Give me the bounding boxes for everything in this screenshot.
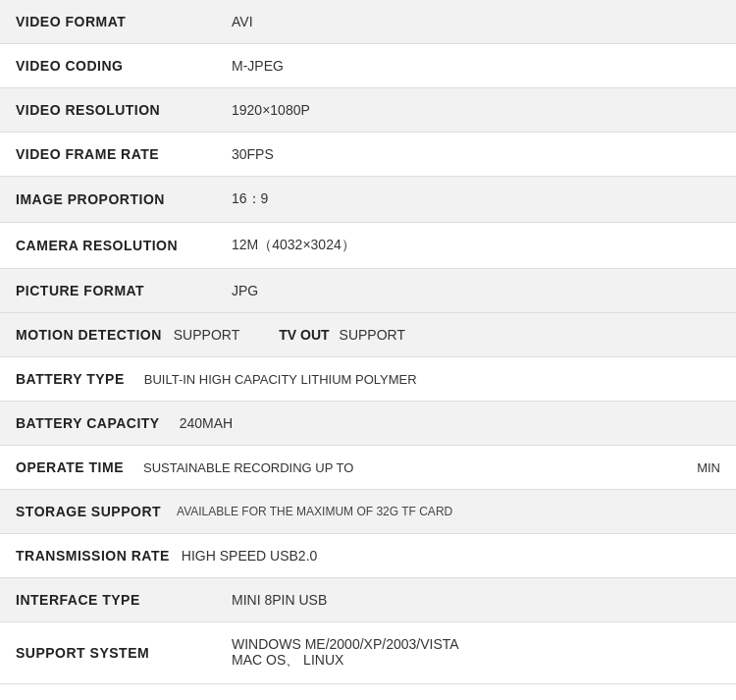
storage-support-group: STORAGE SUPPORT AVAILABLE FOR THE MAXIMU… <box>0 490 736 533</box>
row-video-coding: VIDEO CODING M-JPEG <box>0 44 736 88</box>
label-video-frame-rate: VIDEO FRAME RATE <box>0 133 216 176</box>
value-storage-support: AVAILABLE FOR THE MAXIMUM OF 32G TF CARD <box>177 505 452 518</box>
row-storage-support: STORAGE SUPPORT AVAILABLE FOR THE MAXIMU… <box>0 490 736 534</box>
label-support-system: SUPPORT SYSTEM <box>0 622 216 683</box>
label-tv-out: TV OUT <box>279 327 329 343</box>
value-support-system: WINDOWS ME/2000/XP/2003/VISTA MAC OS、 LI… <box>216 622 736 683</box>
value-image-proportion: 16：9 <box>216 177 736 222</box>
support-system-line1: WINDOWS ME/2000/XP/2003/VISTA <box>232 636 459 652</box>
label-image-proportion: IMAGE PROPORTION <box>0 177 216 222</box>
label-transmission-rate: TRANSMISSION RATE <box>16 548 170 564</box>
row-video-frame-rate: VIDEO FRAME RATE 30FPS <box>0 133 736 177</box>
value-motion-detection: SUPPORT <box>174 327 239 343</box>
label-battery-capacity: BATTERY CAPACITY <box>16 415 160 431</box>
label-video-resolution: VIDEO RESOLUTION <box>0 88 216 132</box>
value-camera-resolution: 12M（4032×3024） <box>216 223 736 268</box>
value-operate-time-min: MIN <box>697 460 720 475</box>
row-image-proportion: IMAGE PROPORTION 16：9 <box>0 177 736 223</box>
battery-capacity-group: BATTERY CAPACITY 240MAH <box>0 402 736 445</box>
row-video-resolution: VIDEO RESOLUTION 1920×1080P <box>0 88 736 133</box>
value-transmission-rate: HIGH SPEED USB2.0 <box>182 548 318 564</box>
label-interface-type: INTERFACE TYPE <box>0 578 216 621</box>
value-battery-capacity: 240MAH <box>180 415 233 431</box>
motion-detection-group: MOTION DETECTION SUPPORT TV OUT SUPPORT <box>0 313 736 356</box>
value-video-resolution: 1920×1080P <box>216 88 736 132</box>
label-video-format: VIDEO FORMAT <box>0 0 216 43</box>
value-picture-format: JPG <box>216 269 736 312</box>
label-operate-time: OPERATE TIME <box>16 459 124 475</box>
row-transmission-rate: TRANSMISSION RATE HIGH SPEED USB2.0 <box>0 534 736 578</box>
spec-table: VIDEO FORMAT AVI VIDEO CODING M-JPEG VID… <box>0 0 736 684</box>
label-battery-type: BATTERY TYPE <box>16 371 125 387</box>
label-storage-support: STORAGE SUPPORT <box>16 504 161 519</box>
row-camera-resolution: CAMERA RESOLUTION 12M（4032×3024） <box>0 223 736 269</box>
row-picture-format: PICTURE FORMAT JPG <box>0 269 736 313</box>
row-interface-type: INTERFACE TYPE MINI 8PIN USB <box>0 578 736 622</box>
value-video-frame-rate: 30FPS <box>216 133 736 176</box>
label-picture-format: PICTURE FORMAT <box>0 269 216 312</box>
row-battery-type: BATTERY TYPE BUILT-IN HIGH CAPACITY LITH… <box>0 357 736 402</box>
label-camera-resolution: CAMERA RESOLUTION <box>0 223 216 268</box>
value-battery-type: BUILT-IN HIGH CAPACITY LITHIUM POLYMER <box>144 372 417 387</box>
label-motion-detection: MOTION DETECTION <box>16 327 162 343</box>
label-video-coding: VIDEO CODING <box>0 44 216 87</box>
row-battery-capacity: BATTERY CAPACITY 240MAH <box>0 402 736 446</box>
operate-time-group: OPERATE TIME SUSTAINABLE RECORDING UP TO… <box>0 446 736 489</box>
row-operate-time: OPERATE TIME SUSTAINABLE RECORDING UP TO… <box>0 446 736 490</box>
battery-type-group: BATTERY TYPE BUILT-IN HIGH CAPACITY LITH… <box>0 357 736 401</box>
row-video-format: VIDEO FORMAT AVI <box>0 0 736 44</box>
value-operate-time: SUSTAINABLE RECORDING UP TO <box>143 460 687 475</box>
row-support-system: SUPPORT SYSTEM WINDOWS ME/2000/XP/2003/V… <box>0 622 736 684</box>
value-tv-out: SUPPORT <box>340 327 405 343</box>
support-system-line2: MAC OS、 LINUX <box>232 652 343 670</box>
value-video-coding: M-JPEG <box>216 44 736 87</box>
row-motion-tvout: MOTION DETECTION SUPPORT TV OUT SUPPORT <box>0 313 736 357</box>
value-video-format: AVI <box>216 0 736 43</box>
value-interface-type: MINI 8PIN USB <box>216 578 736 621</box>
transmission-rate-group: TRANSMISSION RATE HIGH SPEED USB2.0 <box>0 534 736 577</box>
